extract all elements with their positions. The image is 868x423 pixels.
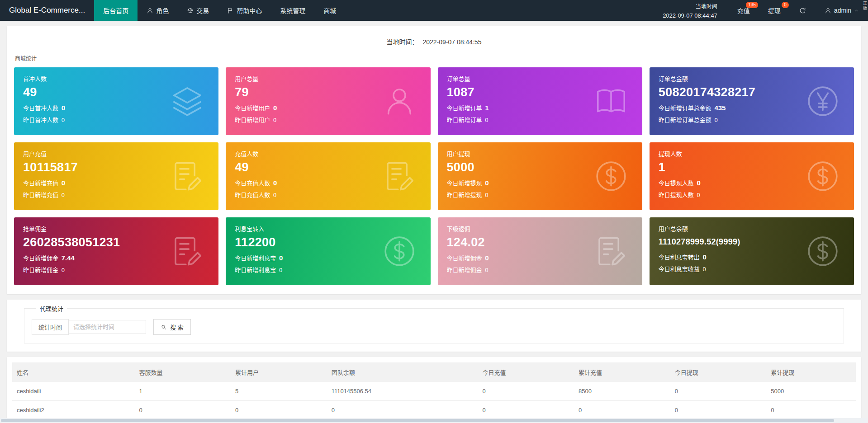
card-title: 利息宝转入 [235, 224, 421, 233]
cell: 1110145506.54 [327, 382, 478, 401]
brand-logo[interactable]: Global E-Commerce... [0, 0, 94, 21]
stat-card-8: 提现人数1今日提现人数 0昨日提现人数 0 [650, 142, 854, 210]
col-header-today-withdraw: 今日提现 [670, 362, 767, 382]
card-title: 首冲人数 [23, 74, 209, 83]
dollar-icon [593, 159, 629, 194]
cell: 0 [134, 401, 231, 420]
stat-time-input[interactable] [68, 320, 146, 334]
user-menu[interactable]: admin [816, 0, 868, 21]
cell: ceshidaili2 [12, 401, 134, 420]
stat-card-2: 用户总量79今日新增用户 0昨日新增用户 0 [226, 67, 430, 135]
server-time-value: 2022-09-07 08:44:55 [422, 38, 481, 46]
doc-edit-icon [170, 159, 205, 194]
stat-card-1: 首冲人数49今日首冲人数 0昨日首冲人数 0 [14, 67, 218, 135]
stat-card-11: 下级返佣124.02今日新增佣金 0昨日新增佣金 0 [438, 217, 642, 285]
nav-item-system[interactable]: 系统管理 [271, 0, 314, 21]
stat-card-9: 抢单佣金26028538051231今日新增佣金 7.44昨日新增佣金 0 [14, 217, 218, 285]
nav-item-label: 帮助中心 [237, 6, 262, 15]
recharge-badge: 135 [746, 2, 758, 8]
agent-stats-panel: 代理统计 统计时间 搜 索 [7, 300, 861, 352]
local-time-display: 当地时间 2022-09-07 08:44:47 [658, 0, 728, 21]
nav-item-label: 角色 [156, 6, 169, 15]
card-title: 用户总量 [235, 74, 421, 83]
dollar-icon [805, 159, 840, 194]
doc-edit-icon [382, 159, 417, 194]
cell: ceshidaili [12, 382, 134, 401]
nav-item-dashboard[interactable]: 后台首页 [94, 0, 138, 21]
cell: 5000 [766, 382, 856, 401]
col-header-name: 姓名 [12, 362, 134, 382]
stat-card-5: 用户充值10115817今日新增充值 0昨日新增充值 0 [14, 142, 218, 210]
withdraw-label: 提现 [768, 6, 781, 15]
layers-icon [170, 84, 205, 119]
cell: 1 [134, 382, 231, 401]
user-icon [382, 84, 417, 119]
col-header-team-balance: 团队余额 [327, 362, 478, 382]
stat-card-7: 用户提现5000今日新增提现 0昨日新增提现 0 [438, 142, 642, 210]
filter-row: 统计时间 搜 索 [32, 318, 836, 335]
cell: 0 [478, 401, 574, 420]
nav-item-roles[interactable]: 角色 [138, 0, 178, 21]
card-title: 充值人数 [235, 149, 421, 158]
person-icon [147, 7, 153, 14]
withdraw-nav-item[interactable]: 提现 0 [759, 0, 790, 21]
nav-item-label: 商城 [323, 6, 336, 15]
dollar-icon [805, 234, 840, 269]
col-header-total-recharge: 累计充值 [574, 362, 670, 382]
card-title: 用户总余额 [659, 224, 845, 233]
stat-card-4: 订单总金额50820174328217今日新增订单总金额 435昨日新增订单总金… [650, 67, 854, 135]
main-nav: 后台首页 角色 交易 帮助中心 系统管理 商城 [94, 0, 345, 21]
table-row: ceshidaili 1 5 1110145506.54 0 8500 0 50… [12, 382, 856, 401]
cell: 0 [231, 401, 327, 420]
section-title-mall-stats: 商城统计 [15, 54, 853, 62]
username: admin [834, 7, 851, 14]
search-button[interactable]: 搜 索 [153, 319, 191, 335]
search-icon [161, 324, 167, 330]
cell: 8500 [574, 382, 670, 401]
refresh-button[interactable] [790, 0, 816, 21]
agents-table: 姓名 客服数量 累计用户 团队余额 今日充值 累计充值 今日提现 累计提现 ce… [12, 362, 856, 423]
book-icon [593, 84, 629, 119]
card-title: 下级返佣 [447, 224, 633, 233]
cell: 0 [574, 401, 670, 420]
nav-item-label: 交易 [196, 6, 209, 15]
nav-item-help-center[interactable]: 帮助中心 [218, 0, 271, 21]
yen-icon [805, 84, 840, 119]
cell: 5 [231, 382, 327, 401]
nav-item-mall[interactable]: 商城 [314, 0, 345, 21]
search-button-label: 搜 索 [170, 323, 184, 331]
col-header-total-users: 累计用户 [231, 362, 327, 382]
doc-edit-icon [170, 234, 205, 269]
agent-stats-legend: 代理统计 [36, 304, 67, 313]
doc-edit-icon [593, 234, 629, 269]
horizontal-scrollbar[interactable] [0, 418, 868, 423]
recharge-nav-item[interactable]: 充值 135 [728, 0, 759, 21]
server-time-label: 当地时间： [387, 38, 418, 46]
table-header-row: 姓名 客服数量 累计用户 团队余额 今日充值 累计充值 今日提现 累计提现 [12, 362, 856, 382]
flag-icon [227, 7, 234, 14]
navbar-right: 当地时间 2022-09-07 08:44:47 充值 135 提现 0 adm… [658, 0, 868, 21]
user-icon [825, 7, 831, 14]
cell: 0 [327, 401, 478, 420]
nav-item-trade[interactable]: 交易 [178, 0, 218, 21]
stat-card-12: 用户总余额1110278999.52(9999)今日利息宝转出 0今日利息宝收益… [650, 217, 854, 285]
card-title: 提现人数 [659, 149, 845, 158]
stat-card-6: 充值人数49今日充值人数 0昨日充值人数 0 [226, 142, 430, 210]
card-title: 订单总量 [447, 74, 633, 83]
dollar-icon [382, 234, 417, 269]
mall-stats-panel: 当地时间： 2022-09-07 08:44:55 商城统计 首冲人数49今日首… [7, 26, 861, 294]
stat-cards-grid: 首冲人数49今日首冲人数 0昨日首冲人数 0用户总量79今日新增用户 0昨日新增… [14, 67, 854, 285]
col-header-service-count: 客服数量 [134, 362, 231, 382]
corner-watermark: 正版 [863, 1, 867, 11]
table-row: ceshidaili2 0 0 0 0 0 0 0 [12, 401, 856, 420]
agents-table-panel: 姓名 客服数量 累计用户 团队余额 今日充值 累计充值 今日提现 累计提现 ce… [7, 357, 861, 423]
stat-card-10: 利息宝转入112200今日新增利息宝 0昨日新增利息宝 0 [226, 217, 430, 285]
cell: 0 [670, 401, 767, 420]
scrollbar-thumb[interactable] [1, 419, 834, 422]
scales-icon [187, 7, 194, 14]
refresh-icon [799, 7, 806, 14]
local-time-label: 当地时间 [663, 3, 717, 11]
server-time: 当地时间： 2022-09-07 08:44:55 [14, 33, 854, 54]
stat-card-3: 订单总量1087今日新增订单 1昨日新增订单 0 [438, 67, 642, 135]
stat-time-label: 统计时间 [32, 319, 69, 335]
